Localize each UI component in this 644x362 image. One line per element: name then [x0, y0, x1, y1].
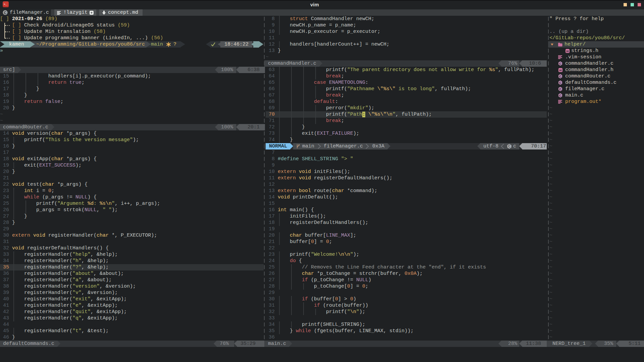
svg-text:C: C: [559, 81, 561, 84]
svg-text:C: C: [4, 11, 7, 15]
svg-text:C: C: [559, 94, 561, 97]
svg-text:C: C: [508, 144, 511, 148]
svg-text:C: C: [559, 87, 561, 91]
svg-text:H: H: [559, 68, 562, 72]
svg-text:H: H: [567, 49, 569, 53]
svg-text:C: C: [559, 74, 561, 78]
svg-text:C: C: [559, 62, 561, 65]
